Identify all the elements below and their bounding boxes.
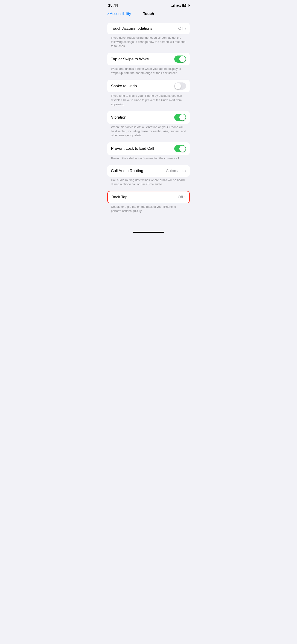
prevent-lock-description: Prevent the side button from ending the … <box>107 155 190 163</box>
back-tap-description: Double or triple tap on the back of your… <box>107 204 190 216</box>
vibration-description: When this switch is off, all vibration o… <box>107 124 190 140</box>
vibration-toggle[interactable] <box>174 114 186 121</box>
call-audio-routing-chevron-icon: › <box>185 169 186 173</box>
back-tap-label: Back Tap <box>112 195 128 200</box>
signal-bar-2 <box>172 6 173 7</box>
status-time: 15:44 <box>108 3 118 8</box>
vibration-row: Vibration <box>107 111 190 124</box>
back-tap-card[interactable]: Back Tap Off › <box>107 191 190 204</box>
prevent-lock-row: Prevent Lock to End Call <box>107 142 190 155</box>
tap-swipe-wake-label: Tap or Swipe to Wake <box>111 57 149 62</box>
signal-bar-1 <box>171 6 172 7</box>
status-icons: 5G 53 <box>171 4 189 8</box>
battery-percent: 53 <box>184 4 187 7</box>
signal-bar-4 <box>174 4 175 7</box>
toggle-thumb <box>179 56 186 62</box>
toggle-thumb <box>179 114 186 120</box>
call-audio-routing-group: Call Audio Routing Automatic › Call audi… <box>107 165 190 189</box>
shake-to-undo-label: Shake to Undo <box>111 84 137 88</box>
touch-accommodations-chevron-icon: › <box>185 26 186 31</box>
vibration-card: Vibration <box>107 111 190 124</box>
prevent-lock-card: Prevent Lock to End Call <box>107 142 190 155</box>
call-audio-routing-label: Call Audio Routing <box>111 168 143 173</box>
back-button[interactable]: ‹ Accessibility <box>107 12 131 16</box>
tap-swipe-wake-card: Tap or Swipe to Wake <box>107 53 190 66</box>
signal-bars-icon <box>171 4 175 7</box>
touch-accommodations-label: Touch Accommodations <box>111 26 152 31</box>
shake-to-undo-row: Shake to Undo <box>107 80 190 92</box>
toggle-thumb <box>175 83 181 89</box>
back-chevron-icon: ‹ <box>107 12 109 16</box>
network-type: 5G <box>176 4 181 8</box>
vibration-group: Vibration When this switch is off, all v… <box>107 111 190 140</box>
back-tap-right: Off › <box>178 195 186 200</box>
call-audio-routing-row[interactable]: Call Audio Routing Automatic › <box>107 165 190 177</box>
tap-swipe-wake-toggle[interactable] <box>174 56 186 63</box>
tap-swipe-wake-group: Tap or Swipe to Wake Wake and unlock iPh… <box>107 53 190 78</box>
prevent-lock-label: Prevent Lock to End Call <box>111 146 154 151</box>
touch-accommodations-right: Off › <box>178 26 186 31</box>
signal-bar-3 <box>173 5 174 7</box>
battery-icon: 53 <box>182 4 189 7</box>
call-audio-routing-card[interactable]: Call Audio Routing Automatic › <box>107 165 190 177</box>
battery-indicator: 53 <box>182 4 189 7</box>
status-bar: 15:44 5G 53 <box>104 0 194 10</box>
back-label: Accessibility <box>110 12 131 16</box>
shake-to-undo-card: Shake to Undo <box>107 80 190 92</box>
touch-accommodations-card[interactable]: Touch Accommodations Off › <box>107 23 190 34</box>
toggle-thumb <box>179 146 186 152</box>
settings-content: Touch Accommodations Off › If you have t… <box>104 19 194 225</box>
call-audio-routing-right: Automatic › <box>166 168 186 173</box>
back-tap-value: Off <box>178 195 183 200</box>
prevent-lock-toggle[interactable] <box>174 145 186 152</box>
tap-swipe-wake-description: Wake and unlock iPhone when you tap the … <box>107 66 190 78</box>
shake-to-undo-group: Shake to Undo If you tend to shake your … <box>107 80 190 109</box>
back-tap-group: Back Tap Off › Double or triple tap on t… <box>107 191 190 216</box>
back-tap-row[interactable]: Back Tap Off › <box>108 192 189 203</box>
home-indicator <box>104 229 194 235</box>
touch-accommodations-description: If you have trouble using the touch scre… <box>107 34 190 51</box>
vibration-label: Vibration <box>111 115 126 120</box>
prevent-lock-group: Prevent Lock to End Call Prevent the sid… <box>107 142 190 163</box>
shake-to-undo-description: If you tend to shake your iPhone by acci… <box>107 92 190 109</box>
page-title: Touch <box>143 12 154 16</box>
nav-bar: ‹ Accessibility Touch <box>104 10 194 19</box>
call-audio-routing-value: Automatic <box>166 168 184 173</box>
touch-accommodations-group: Touch Accommodations Off › If you have t… <box>107 23 190 51</box>
touch-accommodations-row[interactable]: Touch Accommodations Off › <box>107 23 190 34</box>
shake-to-undo-toggle[interactable] <box>174 82 186 90</box>
back-tap-chevron-icon: › <box>184 195 186 199</box>
touch-accommodations-value: Off <box>178 26 183 31</box>
home-bar <box>133 232 164 233</box>
call-audio-routing-description: Call audio routing determines where audi… <box>107 177 190 189</box>
tap-swipe-wake-row: Tap or Swipe to Wake <box>107 53 190 66</box>
